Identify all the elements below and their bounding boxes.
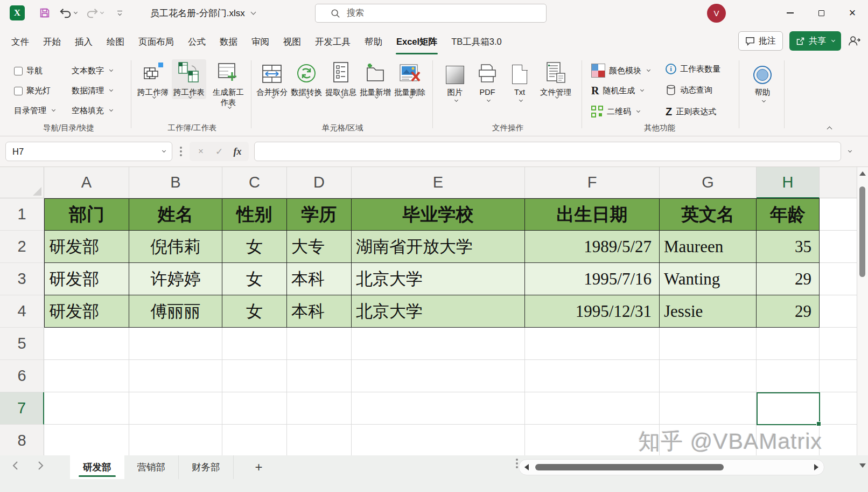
tab-home[interactable]: 开始 xyxy=(36,31,68,53)
maximize-button[interactable] xyxy=(806,0,837,26)
cell[interactable]: 大专 xyxy=(287,231,352,263)
comments-button[interactable]: 批注 xyxy=(738,31,783,51)
cell[interactable]: 1995/7/16 xyxy=(525,263,660,295)
column-header-b[interactable]: B xyxy=(129,167,222,198)
document-title[interactable]: 员工花名册-分部门.xlsx xyxy=(150,7,255,19)
cancel-entry-button[interactable]: × xyxy=(193,146,209,157)
cell[interactable]: 1989/5/27 xyxy=(525,231,660,263)
header-cell[interactable]: 年龄 xyxy=(757,198,820,231)
tab-file[interactable]: 文件 xyxy=(4,31,36,53)
cell[interactable]: 许婷婷 xyxy=(129,263,222,295)
batch-add-button[interactable]: 批量新增 xyxy=(360,60,391,98)
cell[interactable]: 35 xyxy=(757,231,820,263)
spotlight-checkbox-item[interactable]: 聚光灯 xyxy=(14,86,51,96)
add-sheet-button[interactable]: + xyxy=(234,455,284,479)
excel-logo-icon[interactable]: X xyxy=(10,5,25,20)
cell[interactable]: 北京大学 xyxy=(352,263,525,295)
collapse-ribbon-icon[interactable] xyxy=(827,127,832,132)
vertical-scrollbar-thumb[interactable] xyxy=(859,186,865,277)
select-all-corner[interactable] xyxy=(0,167,44,198)
cross-workbook-button[interactable]: 跨工作簿 xyxy=(136,60,170,98)
dynamic-query-button[interactable]: 动态查询 xyxy=(666,85,712,95)
nav-checkbox-item[interactable]: 导航 xyxy=(14,66,43,76)
confirm-entry-button[interactable]: ✓ xyxy=(211,146,227,157)
extract-info-button[interactable]: 提取信息 xyxy=(325,60,356,98)
cell[interactable]: 本科 xyxy=(287,295,352,328)
title-dropdown-icon[interactable] xyxy=(250,9,256,15)
help-button[interactable]: 帮助 xyxy=(747,60,778,102)
customize-qat-button[interactable] xyxy=(115,9,124,17)
column-header-c[interactable]: C xyxy=(222,167,287,198)
cell[interactable]: Maureen xyxy=(660,231,757,263)
close-button[interactable]: × xyxy=(837,0,868,26)
sheet-tab-caiwubu[interactable]: 财务部 xyxy=(179,455,234,479)
text-number-button[interactable]: 文本数字 xyxy=(72,66,113,76)
tab-data[interactable]: 数据 xyxy=(213,31,244,53)
undo-button[interactable] xyxy=(57,5,79,20)
toc-manage-button[interactable]: 目录管理 xyxy=(14,106,55,116)
redo-dropdown-icon[interactable] xyxy=(100,10,104,13)
sheet-tab-yingxiaobu[interactable]: 营销部 xyxy=(124,455,179,479)
insert-function-button[interactable]: fx xyxy=(229,146,246,157)
column-header-h-selected[interactable]: H xyxy=(757,167,820,198)
row-header-5[interactable]: 5 xyxy=(0,328,44,360)
cell[interactable]: 研发部 xyxy=(44,295,129,328)
column-header-partial[interactable] xyxy=(820,167,857,198)
color-module-button[interactable]: 颜色模块 xyxy=(591,64,650,78)
cell[interactable]: Wanting xyxy=(660,263,757,295)
switch-account-icon[interactable] xyxy=(848,35,860,47)
qr-code-button[interactable]: 二维码 xyxy=(591,106,640,117)
tab-draw[interactable]: 绘图 xyxy=(100,31,131,53)
account-avatar[interactable]: V xyxy=(707,4,726,23)
spotlight-checkbox[interactable] xyxy=(14,87,23,95)
undo-dropdown-icon[interactable] xyxy=(74,10,78,13)
share-button[interactable]: 共享 xyxy=(789,31,841,51)
cell[interactable]: 傅丽丽 xyxy=(129,295,222,328)
merge-split-button[interactable]: 合并拆分 xyxy=(256,60,288,98)
tab-insert[interactable]: 插入 xyxy=(68,31,100,53)
row-header-1[interactable]: 1 xyxy=(0,198,44,231)
cell[interactable]: 本科 xyxy=(287,263,352,295)
scroll-left-icon[interactable] xyxy=(524,464,529,470)
horizontal-scrollbar[interactable] xyxy=(519,459,824,475)
column-header-d[interactable]: D xyxy=(287,167,352,198)
horizontal-scrollbar-thumb[interactable] xyxy=(535,464,724,470)
search-input[interactable]: 搜索 xyxy=(315,4,547,23)
scroll-down-icon[interactable] xyxy=(859,463,866,468)
row-header-6[interactable]: 6 xyxy=(0,360,44,392)
column-header-g[interactable]: G xyxy=(660,167,757,198)
pdf-button[interactable]: PDF xyxy=(473,60,502,101)
batch-delete-button[interactable]: 批量删除 xyxy=(394,60,425,98)
space-fill-button[interactable]: 空格填充 xyxy=(72,106,113,116)
row-header-7-selected[interactable]: 7 xyxy=(0,392,44,425)
sheet-count-button[interactable]: i 工作表数量 xyxy=(666,64,720,74)
cell[interactable]: 北京大学 xyxy=(352,295,525,328)
scroll-up-icon[interactable] xyxy=(859,171,866,176)
header-cell[interactable]: 学历 xyxy=(287,198,352,231)
name-box[interactable]: H7 xyxy=(5,142,172,161)
txt-button[interactable]: Txt xyxy=(505,60,534,101)
tab-developer[interactable]: 开发工具 xyxy=(308,31,358,53)
row-header-4[interactable]: 4 xyxy=(0,295,44,328)
row-header-2[interactable]: 2 xyxy=(0,231,44,263)
formula-input[interactable] xyxy=(254,142,841,161)
column-header-f[interactable]: F xyxy=(525,167,660,198)
header-cell[interactable]: 部门 xyxy=(44,198,129,231)
active-cell-h7[interactable] xyxy=(757,392,820,425)
tab-view[interactable]: 视图 xyxy=(276,31,308,53)
minimize-button[interactable] xyxy=(774,0,806,26)
cell[interactable]: Jessie xyxy=(660,295,757,328)
data-convert-button[interactable]: 数据转换 xyxy=(291,60,322,98)
header-cell[interactable]: 出生日期 xyxy=(525,198,660,231)
tab-page-layout[interactable]: 页面布局 xyxy=(131,31,181,53)
new-worksheet-button[interactable]: 生成新工作表 xyxy=(209,60,248,108)
vertical-scrollbar[interactable] xyxy=(857,167,868,455)
header-cell[interactable]: 姓名 xyxy=(129,198,222,231)
tab-formulas[interactable]: 公式 xyxy=(181,31,213,53)
cell[interactable]: 研发部 xyxy=(44,231,129,263)
cell[interactable]: 女 xyxy=(222,295,287,328)
name-box-dropdown-icon[interactable] xyxy=(162,148,166,152)
file-manage-button[interactable]: 文件管理 xyxy=(538,60,573,98)
next-sheet-icon[interactable] xyxy=(37,461,44,470)
cell[interactable]: 研发部 xyxy=(44,263,129,295)
